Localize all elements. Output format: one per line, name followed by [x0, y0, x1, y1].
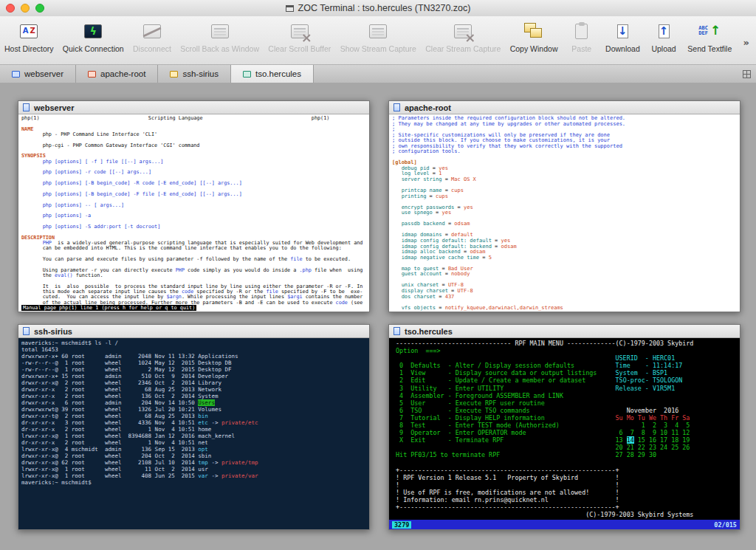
toolbar-button-download[interactable]: Download	[605, 21, 640, 53]
clear-scroll-buffer-icon	[291, 24, 309, 38]
document-icon	[394, 103, 400, 111]
download-icon	[617, 24, 628, 38]
session-window-titlebar[interactable]: webserver	[18, 101, 369, 114]
session-window-apache-root: apache-root ; Parameters inside the requ…	[388, 100, 740, 312]
toolbar-button-paste[interactable]: Paste	[567, 21, 597, 53]
terminal-model-indicator: 3279	[392, 521, 411, 529]
session-window-titlebar[interactable]: ssh-sirius	[18, 325, 369, 338]
session-window-title: apache-root	[405, 103, 451, 112]
terminal-output-ssh-sirius[interactable]: mavericks:~ mschmidt$ ls -l /total 16453…	[18, 338, 369, 529]
toolbar-button-clear-scroll-buffer[interactable]: Clear Scroll Buffer	[268, 21, 331, 53]
terminal-output-tso-hercules[interactable]: ------------------------------- RPF MAIN…	[389, 338, 740, 529]
toolbar-button-show-stream-capture[interactable]: Show Stream Capture	[340, 21, 416, 53]
session-window-webserver: webserver php(1) Scripting Language php(…	[18, 100, 370, 312]
host-directory-icon	[20, 24, 38, 38]
traffic-lights	[6, 0, 44, 16]
disconnect-icon	[143, 24, 161, 38]
document-icon	[23, 327, 30, 335]
terminal-output-apache-root[interactable]: ; Parameters inside the required configu…	[389, 114, 740, 312]
toolbar-button-upload[interactable]: Upload	[649, 21, 678, 53]
tab-label: apache-root	[100, 69, 145, 78]
tab-apache-root[interactable]: apache-root	[76, 65, 158, 83]
terminal-session-icon	[12, 71, 20, 78]
tab-label: ssh-sirius	[182, 69, 219, 78]
tab-label: webserver	[24, 69, 63, 78]
zoc-terminal-window: ZOC Terminal : tso.hercules (TN3270.zoc)…	[0, 0, 756, 550]
3270-status-bar: 3279 02/015	[389, 520, 740, 529]
clear-stream-capture-icon	[454, 24, 472, 38]
window-title-wrap: ZOC Terminal : tso.hercules (TN3270.zoc)	[286, 3, 471, 13]
toolbar-overflow-button[interactable]: »	[741, 37, 752, 48]
copy-window-icon	[524, 23, 543, 39]
toolbar-button-disconnect[interactable]: Disconnect	[133, 21, 171, 53]
scrollback-window-icon	[211, 24, 229, 38]
toolbar-button-copy-window[interactable]: Copy Window	[510, 21, 558, 53]
3270-screen[interactable]: ------------------------------- RPF MAIN…	[389, 338, 740, 520]
toolbar-button-scroll-back-as-window[interactable]: Scroll Back as Window	[180, 21, 259, 53]
send-textfile-icon	[698, 23, 721, 39]
tab-webserver[interactable]: webserver	[0, 65, 76, 83]
cursor-position-indicator: 02/015	[714, 521, 737, 529]
toolbar-button-clear-stream-capture[interactable]: Clear Stream Capture	[425, 21, 501, 53]
window-icon	[286, 5, 294, 12]
toolbar: Host Directory Quick Connection Disconne…	[0, 16, 756, 65]
close-button[interactable]	[6, 4, 15, 13]
document-icon	[23, 103, 30, 111]
tabbar-spacer	[314, 65, 737, 83]
session-window-title: webserver	[34, 103, 74, 112]
terminal-session-icon	[243, 71, 251, 78]
zoom-button[interactable]	[35, 4, 44, 13]
titlebar[interactable]: ZOC Terminal : tso.hercules (TN3270.zoc)	[0, 0, 756, 17]
tab-ssh-sirius[interactable]: ssh-sirius	[158, 65, 231, 83]
tab-label: tso.hercules	[255, 69, 301, 78]
terminal-output-webserver[interactable]: php(1) Scripting Language php(1) NAME ph…	[18, 114, 369, 312]
toolbar-button-host-directory[interactable]: Host Directory	[4, 21, 54, 53]
tile-windows-button[interactable]	[737, 65, 756, 83]
session-window-titlebar[interactable]: tso.hercules	[389, 325, 740, 338]
show-stream-capture-icon	[369, 24, 387, 38]
session-window-title: ssh-sirius	[34, 327, 72, 336]
session-window-titlebar[interactable]: apache-root	[389, 101, 740, 114]
terminal-session-icon	[170, 71, 178, 78]
grid-icon	[743, 70, 751, 78]
quick-connection-icon	[84, 24, 102, 38]
paste-icon	[575, 24, 588, 39]
session-area: webserver php(1) Scripting Language php(…	[0, 83, 756, 550]
session-window-title: tso.hercules	[405, 327, 453, 336]
minimize-button[interactable]	[21, 4, 30, 13]
tab-bar: webserver apache-root ssh-sirius tso.her…	[0, 65, 756, 83]
terminal-session-icon	[88, 71, 96, 78]
tab-tso-hercules[interactable]: tso.hercules	[231, 65, 314, 83]
toolbar-button-send-textfile[interactable]: Send Textfile	[687, 21, 732, 53]
toolbar-button-quick-connection[interactable]: Quick Connection	[63, 21, 124, 53]
document-icon	[394, 327, 400, 335]
session-window-tso-hercules: tso.hercules ---------------------------…	[388, 324, 740, 530]
window-title: ZOC Terminal : tso.hercules (TN3270.zoc)	[298, 3, 471, 13]
upload-icon	[659, 24, 670, 38]
session-window-ssh-sirius: ssh-sirius mavericks:~ mschmidt$ ls -l /…	[18, 324, 370, 530]
